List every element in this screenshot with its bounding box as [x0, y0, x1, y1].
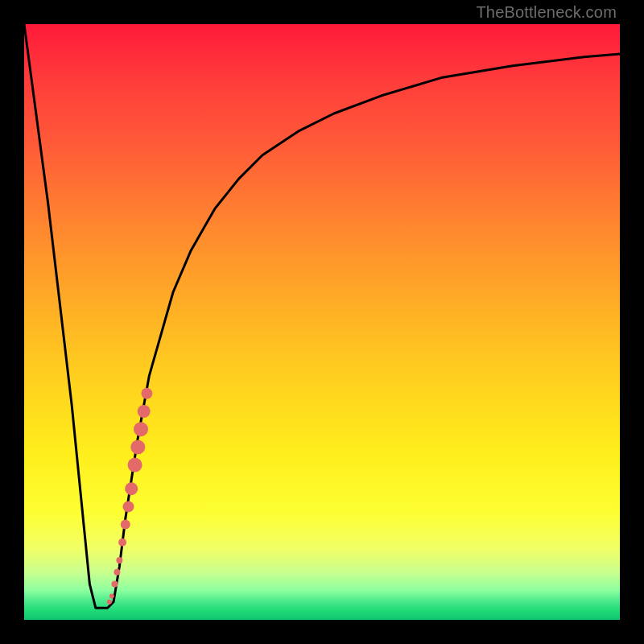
highlight-dot	[121, 520, 130, 530]
highlight-dot	[118, 539, 126, 547]
highlight-dot	[107, 600, 112, 605]
highlight-dot	[138, 405, 151, 418]
highlight-dot	[125, 482, 138, 495]
chart-svg	[24, 24, 620, 620]
highlight-dot	[123, 501, 134, 512]
highlight-dot	[128, 458, 142, 473]
highlight-dot	[134, 422, 148, 436]
highlight-dot	[109, 593, 114, 598]
highlight-dot	[112, 581, 118, 588]
watermark-text: TheBottleneck.com	[476, 3, 617, 22]
highlight-dot	[130, 440, 145, 454]
highlight-dot	[116, 557, 122, 564]
bottleneck-curve	[24, 24, 620, 608]
chart-frame: TheBottleneck.com	[0, 0, 644, 644]
plot-area	[24, 24, 620, 620]
highlight-dot	[141, 388, 152, 399]
highlight-dot	[114, 569, 120, 576]
